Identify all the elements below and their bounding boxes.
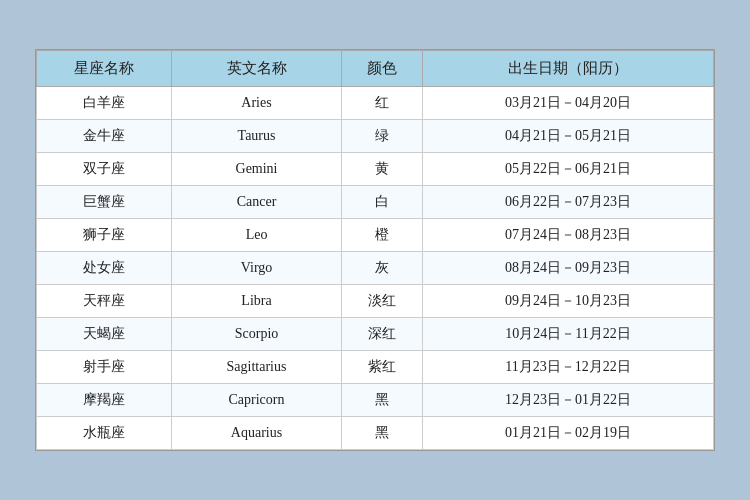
header-en: 英文名称	[172, 51, 341, 87]
cell-zh: 处女座	[37, 252, 172, 285]
table-row: 摩羯座Capricorn黑12月23日－01月22日	[37, 384, 714, 417]
cell-color: 橙	[341, 219, 422, 252]
cell-date: 11月23日－12月22日	[422, 351, 713, 384]
cell-en: Cancer	[172, 186, 341, 219]
cell-zh: 天秤座	[37, 285, 172, 318]
cell-color: 淡红	[341, 285, 422, 318]
cell-en: Aries	[172, 87, 341, 120]
cell-color: 深红	[341, 318, 422, 351]
cell-color: 黑	[341, 417, 422, 450]
cell-en: Virgo	[172, 252, 341, 285]
cell-color: 白	[341, 186, 422, 219]
table-row: 巨蟹座Cancer白06月22日－07月23日	[37, 186, 714, 219]
table-row: 双子座Gemini黄05月22日－06月21日	[37, 153, 714, 186]
cell-zh: 天蝎座	[37, 318, 172, 351]
table-row: 狮子座Leo橙07月24日－08月23日	[37, 219, 714, 252]
cell-zh: 白羊座	[37, 87, 172, 120]
cell-zh: 双子座	[37, 153, 172, 186]
cell-en: Taurus	[172, 120, 341, 153]
zodiac-table: 星座名称 英文名称 颜色 出生日期（阳历） 白羊座Aries红03月21日－04…	[36, 50, 714, 450]
cell-en: Aquarius	[172, 417, 341, 450]
cell-date: 07月24日－08月23日	[422, 219, 713, 252]
table-row: 天秤座Libra淡红09月24日－10月23日	[37, 285, 714, 318]
cell-date: 03月21日－04月20日	[422, 87, 713, 120]
cell-date: 09月24日－10月23日	[422, 285, 713, 318]
cell-color: 绿	[341, 120, 422, 153]
cell-date: 10月24日－11月22日	[422, 318, 713, 351]
zodiac-table-container: 星座名称 英文名称 颜色 出生日期（阳历） 白羊座Aries红03月21日－04…	[35, 49, 715, 451]
cell-en: Libra	[172, 285, 341, 318]
cell-zh: 射手座	[37, 351, 172, 384]
cell-zh: 金牛座	[37, 120, 172, 153]
cell-en: Capricorn	[172, 384, 341, 417]
cell-en: Scorpio	[172, 318, 341, 351]
cell-zh: 巨蟹座	[37, 186, 172, 219]
cell-date: 05月22日－06月21日	[422, 153, 713, 186]
cell-date: 08月24日－09月23日	[422, 252, 713, 285]
cell-date: 01月21日－02月19日	[422, 417, 713, 450]
table-row: 水瓶座Aquarius黑01月21日－02月19日	[37, 417, 714, 450]
cell-zh: 摩羯座	[37, 384, 172, 417]
table-header-row: 星座名称 英文名称 颜色 出生日期（阳历）	[37, 51, 714, 87]
table-row: 白羊座Aries红03月21日－04月20日	[37, 87, 714, 120]
cell-color: 红	[341, 87, 422, 120]
cell-color: 黄	[341, 153, 422, 186]
table-row: 射手座Sagittarius紫红11月23日－12月22日	[37, 351, 714, 384]
header-date: 出生日期（阳历）	[422, 51, 713, 87]
cell-zh: 狮子座	[37, 219, 172, 252]
header-color: 颜色	[341, 51, 422, 87]
cell-color: 灰	[341, 252, 422, 285]
cell-date: 04月21日－05月21日	[422, 120, 713, 153]
cell-en: Gemini	[172, 153, 341, 186]
cell-color: 黑	[341, 384, 422, 417]
table-row: 天蝎座Scorpio深红10月24日－11月22日	[37, 318, 714, 351]
cell-zh: 水瓶座	[37, 417, 172, 450]
header-zh: 星座名称	[37, 51, 172, 87]
table-row: 金牛座Taurus绿04月21日－05月21日	[37, 120, 714, 153]
cell-date: 12月23日－01月22日	[422, 384, 713, 417]
cell-en: Leo	[172, 219, 341, 252]
cell-color: 紫红	[341, 351, 422, 384]
cell-date: 06月22日－07月23日	[422, 186, 713, 219]
cell-en: Sagittarius	[172, 351, 341, 384]
table-row: 处女座Virgo灰08月24日－09月23日	[37, 252, 714, 285]
